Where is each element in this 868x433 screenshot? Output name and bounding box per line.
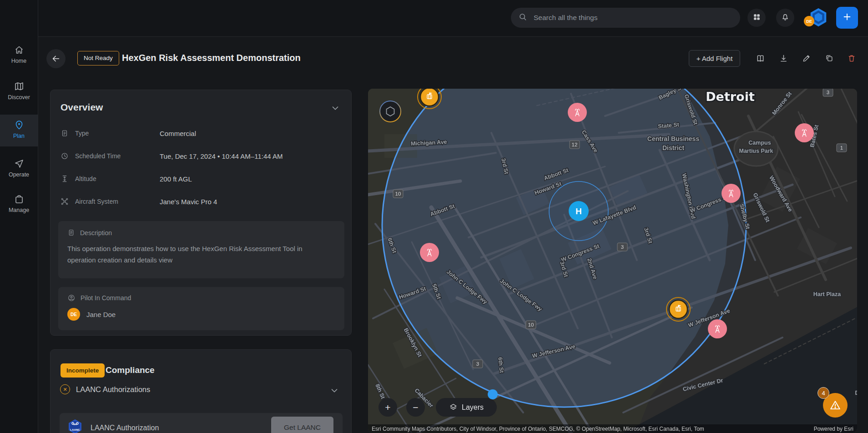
- chevron-down-icon: [329, 385, 339, 395]
- map-icon: [14, 81, 25, 92]
- description-label: Description: [80, 229, 112, 237]
- description-box: Description This operation demonstrates …: [58, 221, 344, 278]
- pink-tower-marker[interactable]: [568, 103, 587, 122]
- sidebar-item-plan[interactable]: Plan: [0, 115, 38, 146]
- row-value: Jane's Mavic Pro 4: [160, 198, 217, 206]
- description-icon: [67, 229, 75, 237]
- app-window: DE Home Discover Plan Operate Manage Not…: [0, 0, 868, 433]
- svg-text:Campus: Campus: [748, 140, 771, 146]
- sidebar-item-discover[interactable]: Discover: [0, 78, 38, 106]
- orange-advisory-marker[interactable]: [666, 297, 690, 321]
- overview-card: Overview Type Commercial Scheduled Time …: [50, 90, 352, 336]
- clipboard-case-icon: [14, 194, 25, 205]
- edit-button[interactable]: [798, 50, 815, 67]
- duplicate-button[interactable]: [821, 50, 838, 67]
- laanc-logo: LAANC: [68, 419, 82, 433]
- sidebar-item-label: Home: [0, 58, 38, 64]
- svg-text:12: 12: [572, 142, 578, 147]
- pink-tower-marker[interactable]: [708, 319, 727, 338]
- compliance-card: Incomplete Compliance ✕ LAANC Authorizat…: [50, 349, 352, 433]
- home-icon: [14, 45, 25, 55]
- apps-grid-button[interactable]: [747, 9, 766, 27]
- svg-text:Martius Park: Martius Park: [739, 148, 773, 154]
- powered-by-esri[interactable]: Powered by Esri: [814, 426, 853, 432]
- laanc-collapse-button[interactable]: [329, 385, 339, 397]
- sidebar-item-label: Operate: [0, 171, 38, 178]
- description-text: This operation demonstrates how to use t…: [67, 243, 313, 266]
- pink-tower-marker[interactable]: [795, 123, 814, 142]
- svg-text:D: D: [855, 390, 857, 396]
- warning-triangle-icon: [829, 399, 842, 412]
- svg-text:1: 1: [840, 145, 843, 151]
- zoom-out-button[interactable]: −: [406, 398, 425, 417]
- search-input[interactable]: [533, 13, 733, 22]
- city-label: Detroit: [706, 90, 755, 104]
- sidebar-item-manage[interactable]: Manage: [0, 191, 38, 218]
- svg-text:LAANC: LAANC: [70, 428, 80, 431]
- home-point-marker[interactable]: H: [569, 201, 589, 221]
- download-button[interactable]: [775, 50, 792, 67]
- book-open-icon: [756, 54, 765, 63]
- overview-collapse-button[interactable]: [330, 103, 340, 115]
- get-laanc-button[interactable]: Get LAANC: [271, 417, 333, 433]
- drone-icon: [61, 197, 70, 206]
- svg-text:10: 10: [528, 322, 534, 327]
- sidebar-item-label: Manage: [0, 207, 38, 213]
- add-flight-button[interactable]: + Add Flight: [689, 50, 740, 67]
- status-badge: Not Ready: [77, 51, 119, 65]
- alert-count-badge: 4: [818, 387, 829, 399]
- sidebar-item-home[interactable]: Home: [0, 42, 38, 69]
- row-value: 200 ft AGL: [160, 175, 192, 183]
- pilot-avatar: DE: [67, 308, 80, 321]
- row-value: Commercial: [160, 130, 196, 137]
- map-mode-button[interactable]: [379, 100, 402, 123]
- download-icon: [779, 54, 788, 63]
- radius-drag-handle[interactable]: [488, 389, 498, 399]
- overview-row-altitude: Altitude 200 ft AGL: [61, 172, 192, 185]
- arrow-left-icon: [51, 54, 61, 64]
- paper-plane-icon: [14, 158, 25, 169]
- svg-text:3: 3: [827, 90, 829, 95]
- grid-icon: [752, 13, 761, 23]
- notifications-button[interactable]: [776, 9, 794, 27]
- layers-button[interactable]: Layers: [436, 398, 497, 417]
- overview-row-scheduled-time: Scheduled Time Tue, Dec 17, 2024 • 10:44…: [61, 150, 283, 162]
- laanc-section-label: LAANC Authorizations: [76, 385, 150, 394]
- svg-text:Hart Plaza: Hart Plaza: [813, 291, 841, 297]
- avatar-initials-badge: DE: [804, 16, 814, 26]
- svg-text:District: District: [662, 144, 685, 151]
- laanc-item-label: LAANC Authorization: [91, 424, 159, 432]
- row-label: Scheduled Time: [75, 152, 160, 160]
- svg-text:Central Business: Central Business: [647, 135, 700, 142]
- clipboard-icon: [61, 129, 70, 137]
- sidebar-item-operate[interactable]: Operate: [0, 156, 38, 183]
- pilot-name: Jane Doe: [86, 311, 116, 318]
- pink-tower-marker[interactable]: [420, 243, 439, 262]
- overview-title: Overview: [61, 102, 103, 113]
- layers-label: Layers: [462, 403, 484, 412]
- row-label: Aircraft System: [75, 198, 160, 205]
- bell-icon: [781, 12, 790, 23]
- create-button[interactable]: [836, 7, 858, 29]
- attribution-text: Esri Community Maps Contributors, City o…: [372, 426, 704, 432]
- pink-tower-marker[interactable]: [722, 184, 741, 203]
- back-button[interactable]: [46, 49, 66, 68]
- map-attribution: Esri Community Maps Contributors, City o…: [368, 424, 857, 433]
- svg-text:3: 3: [621, 244, 624, 250]
- row-label: Type: [75, 130, 160, 137]
- incomplete-badge: Incomplete: [61, 363, 105, 378]
- overview-row-type: Type Commercial: [61, 127, 196, 140]
- overview-row-aircraft: Aircraft System Jane's Mavic Pro 4: [61, 195, 217, 208]
- compliance-title: Compliance: [106, 365, 155, 375]
- svg-text:H: H: [575, 206, 582, 216]
- logbook-button[interactable]: [752, 50, 769, 67]
- laanc-section-row[interactable]: ✕ LAANC Authorizations: [60, 384, 150, 394]
- location-pin-icon: [14, 120, 25, 131]
- svg-text:10: 10: [395, 191, 401, 196]
- pilot-box: Pilot In Command DE Jane Doe: [58, 287, 344, 330]
- map-canvas[interactable]: Bagley St Cass Ave Michigan Ave State St…: [368, 89, 857, 433]
- person-icon: [67, 294, 76, 302]
- delete-button[interactable]: [843, 50, 860, 67]
- zoom-in-button[interactable]: +: [378, 398, 397, 417]
- sidebar-item-label: Plan: [0, 133, 38, 139]
